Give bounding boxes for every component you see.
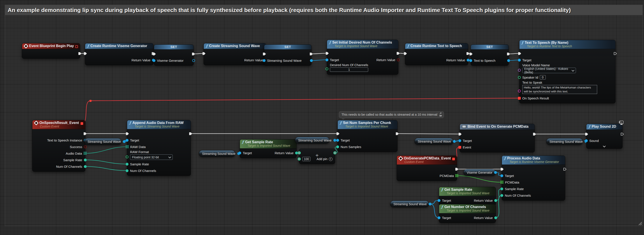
node-pad[interactable]: ƒProcess Audio DataTarget is Runtime Vis… — [502, 156, 565, 200]
num-of-channels-pin[interactable] — [126, 169, 128, 172]
node-app[interactable]: ƒAppend Audio Data From RAWTarget is Str… — [127, 120, 191, 176]
viseme-generator-pin[interactable] — [152, 59, 156, 62]
comment-resize-handle[interactable] — [638, 222, 642, 225]
execout-pin[interactable] — [189, 132, 192, 135]
variable-getter-p5[interactable]: Streaming Sound Wave — [390, 200, 429, 208]
node-sett[interactable]: SETText to Speech — [471, 44, 509, 66]
comment-title[interactable]: An example demonstrating lip sync during… — [5, 5, 642, 15]
node-tts[interactable]: ƒText To Speech (By Name)Target is Runti… — [519, 40, 616, 103]
variable-getter-p3[interactable]: Streaming Sound Wave — [295, 137, 330, 144]
variable-getter-p6[interactable]: Streaming Sound Wave — [546, 138, 583, 145]
raw-data-pin[interactable] — [126, 145, 129, 148]
streaming-sound-wave-pin[interactable] — [263, 59, 266, 62]
execin-pin[interactable] — [469, 52, 472, 56]
node-gnc[interactable]: ƒGet Number Of ChannelsTarget is Importe… — [439, 204, 496, 223]
node-crt[interactable]: ƒCreate Runtime Text to SpeechReturn Val… — [405, 43, 468, 65]
execout-pin[interactable] — [192, 52, 195, 56]
out-pin[interactable] — [334, 151, 336, 154]
variable-getter-p4[interactable]: Streaming Sound Wave — [414, 138, 453, 145]
voice-model-name-pin[interactable] — [518, 69, 521, 72]
return-value-pin[interactable] — [494, 199, 497, 202]
out-pin[interactable] — [123, 140, 126, 143]
execin-pin[interactable] — [152, 52, 156, 56]
execin-pin[interactable] — [500, 168, 504, 171]
target-pin[interactable] — [126, 139, 128, 142]
out-pin[interactable] — [310, 59, 313, 62]
execin-pin[interactable] — [336, 132, 340, 135]
node-ps2[interactable]: ƒPlay Sound 2DSound — [586, 124, 622, 149]
num-samples-pin[interactable] — [336, 146, 339, 148]
node-setv[interactable]: SETViseme Generator — [154, 44, 194, 66]
execin-pin[interactable] — [404, 52, 407, 55]
node-bind[interactable]: Bind Event to On Generate PCMDataTargetE… — [460, 124, 535, 152]
success-pin[interactable] — [84, 146, 87, 148]
pcmdata-pin[interactable] — [455, 174, 458, 177]
execout-pin[interactable] — [620, 132, 624, 136]
return-value-pin[interactable] — [494, 216, 497, 219]
target-pin[interactable] — [438, 199, 440, 202]
execin-pin[interactable] — [126, 132, 129, 135]
value-input[interactable]: 1 — [330, 68, 368, 72]
execout-pin[interactable] — [310, 52, 313, 56]
execin-pin[interactable] — [518, 52, 521, 55]
sample-rate-pin[interactable] — [126, 163, 128, 166]
node-sidc[interactable]: ƒSet Initial Desired Num Of ChannelsTarg… — [327, 40, 398, 75]
execout-pin[interactable] — [396, 52, 400, 55]
node-csw[interactable]: ƒCreate Streaming Sound WaveReturn Value — [204, 43, 266, 65]
execout-pin[interactable] — [466, 52, 470, 55]
variable-getter-p2[interactable]: Streaming Sound Wave — [199, 150, 235, 157]
speaker-id-pin[interactable] — [518, 76, 521, 79]
value-input[interactable]: 100 — [302, 157, 310, 161]
execout-pin[interactable] — [563, 168, 566, 171]
execout-pin[interactable] — [507, 52, 510, 56]
target-pin[interactable] — [458, 139, 461, 142]
a-pin[interactable] — [298, 151, 301, 154]
blueprint-graph-canvas[interactable]: An example demonstrating lip sync during… — [0, 0, 644, 235]
execout-pin[interactable] — [533, 132, 536, 136]
exec-pin[interactable] — [455, 168, 458, 171]
out-pin[interactable] — [453, 140, 456, 143]
execin-pin[interactable] — [263, 52, 266, 56]
b-pin[interactable] — [298, 158, 301, 160]
text-to-speak-pin[interactable] — [518, 90, 521, 92]
delegate-pin[interactable] — [80, 122, 83, 125]
execout-pin[interactable] — [614, 52, 617, 55]
raw-format-pin[interactable] — [126, 156, 128, 158]
target-pin[interactable] — [326, 58, 328, 61]
execin-pin[interactable] — [202, 52, 206, 55]
node-setw[interactable]: SETStreaming Sound Wave — [264, 44, 312, 66]
execin-pin[interactable] — [326, 52, 329, 55]
out-pin[interactable] — [428, 202, 432, 206]
text-input[interactable]: Hello, world! The lips of the MetaHuman … — [522, 85, 597, 94]
audio-data-pin[interactable] — [84, 152, 87, 155]
delegate-pin[interactable] — [452, 158, 455, 160]
desired-num-of-channels-pin[interactable] — [326, 68, 328, 70]
exec-pin[interactable] — [84, 132, 87, 135]
event-pin[interactable] — [458, 146, 461, 149]
text-to-speech-pin[interactable] — [469, 59, 472, 62]
node-gsr2[interactable]: ƒGet Sample RateTarget is Imported Sound… — [439, 187, 496, 206]
out-pin[interactable] — [507, 59, 510, 62]
execin-pin[interactable] — [84, 52, 87, 55]
target-pin[interactable] — [438, 216, 440, 219]
out-pin[interactable] — [334, 139, 336, 142]
execin-pin[interactable] — [458, 132, 462, 136]
reroute-node[interactable] — [90, 100, 92, 102]
dropdown[interactable]: Floating point 32-bit — [130, 154, 173, 160]
node-osr[interactable]: OnSpeechResult_EventCustom EventText to … — [32, 120, 85, 172]
value-input[interactable]: 0 — [540, 75, 546, 80]
exec-pin[interactable] — [78, 52, 82, 55]
variable-getter-p1[interactable]: Streaming Sound Wave — [84, 138, 122, 145]
sample-rate-pin[interactable] — [500, 188, 503, 190]
node-crv[interactable]: ƒCreate Runtime Viseme GeneratorReturn V… — [85, 43, 154, 65]
dropdown[interactable]: English (United States) - Kokoro (Bella) — [522, 68, 576, 73]
num-of-channels-pin[interactable] — [500, 194, 503, 197]
return-value-pin[interactable] — [397, 58, 400, 61]
execout-pin[interactable] — [396, 132, 399, 135]
node-bp[interactable]: Event Blueprint Begin Play — [22, 43, 80, 59]
variable-getter-pvg[interactable]: Viseme Generator — [464, 169, 496, 176]
target-pin[interactable] — [518, 59, 521, 62]
target-pin[interactable] — [238, 152, 241, 154]
target-pin[interactable] — [500, 174, 503, 177]
add-pin-button[interactable]: Add pin+ — [316, 157, 332, 161]
